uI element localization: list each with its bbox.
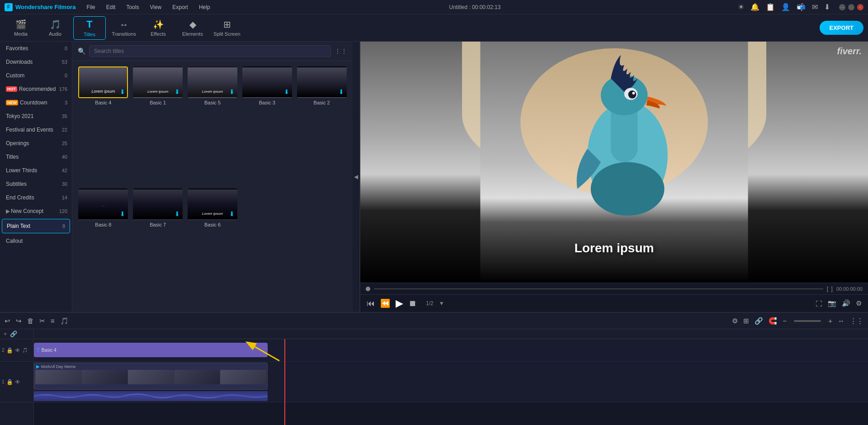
settings-icon[interactable]: ⚙	[856, 299, 862, 307]
tl-fit-icon[interactable]: ↔	[838, 317, 844, 325]
thumbnail-basic5[interactable]: Lorem ipsum ⬇ Basic 5	[187, 66, 238, 185]
trim-out-icon[interactable]: ]	[831, 285, 833, 292]
collapse-panel-button[interactable]: ◀	[353, 42, 360, 312]
tl-zoom-in-icon[interactable]: +	[828, 317, 832, 325]
track1-lock-icon[interactable]: 🔒	[6, 379, 13, 385]
download-basic6-icon[interactable]: ⬇	[229, 210, 235, 217]
sidebar-item-subtitles[interactable]: Subtitles 30	[0, 177, 72, 191]
video-clip[interactable]: ▶ WorkAll Day Meme	[34, 363, 268, 390]
split-screen-button[interactable]: ⊞ Split Screen	[211, 16, 243, 40]
menu-file[interactable]: File	[85, 3, 97, 11]
clipboard-icon[interactable]: 📋	[766, 3, 775, 11]
transitions-button[interactable]: ↔ Transitions	[108, 16, 140, 40]
tl-add-icon[interactable]: +	[4, 331, 7, 337]
download-basic1-icon[interactable]: ⬇	[175, 88, 180, 95]
tl-magnet-icon[interactable]: 🧲	[769, 317, 777, 325]
tl-more-icon[interactable]: ⋮⋮	[850, 317, 863, 325]
track2-eye-icon[interactable]: 👁	[15, 347, 20, 354]
download-basic8-icon[interactable]: ⬇	[120, 210, 125, 217]
thumb-img-basic6[interactable]: Lorem ipsum ⬇	[188, 189, 237, 220]
menu-view[interactable]: View	[148, 3, 163, 11]
tl-delete-icon[interactable]: 🗑	[27, 317, 34, 325]
play-button[interactable]: ▶	[396, 298, 403, 309]
stop-button[interactable]: ⏹	[409, 299, 417, 308]
thumbnail-basic2[interactable]: ⬇ Basic 2	[296, 66, 347, 185]
fullscreen-icon[interactable]: ⛶	[816, 300, 822, 307]
tl-grid-icon[interactable]: ⊞	[743, 317, 749, 325]
menu-help[interactable]: Help	[197, 3, 212, 11]
sidebar-item-favorites[interactable]: Favorites 0	[0, 42, 72, 55]
page-dropdown-icon[interactable]: ▼	[439, 300, 444, 307]
maximize-button[interactable]: □	[848, 4, 854, 10]
sidebar-item-tokyo[interactable]: Tokyo 2021 35	[0, 109, 72, 123]
track1-eye-icon[interactable]: 👁	[15, 379, 20, 385]
step-back-button[interactable]: ⏪	[380, 298, 390, 308]
tl-undo-icon[interactable]: ↩	[5, 317, 10, 325]
sidebar-item-openings[interactable]: Openings 25	[0, 137, 72, 150]
tl-zoom-slider[interactable]	[794, 320, 821, 322]
sidebar-item-custom[interactable]: Custom 0	[0, 69, 72, 82]
download-basic3-icon[interactable]: ⬇	[284, 88, 289, 95]
account-icon[interactable]: 👤	[781, 3, 790, 11]
menu-tools[interactable]: Tools	[124, 3, 141, 11]
tl-zoom-out-icon[interactable]: −	[783, 317, 787, 325]
menu-edit[interactable]: Edit	[104, 3, 118, 11]
mail-icon[interactable]: ✉	[812, 3, 818, 11]
thumbnail-basic4[interactable]: Lorem ipsum ⬇ Basic 4	[78, 66, 129, 185]
notification-icon[interactable]: 🔔	[750, 3, 760, 11]
thumb-img-basic7[interactable]: ⬇	[133, 189, 183, 220]
titles-button[interactable]: T Titles	[73, 16, 106, 40]
sidebar-item-countdown[interactable]: NEW Countdown 3	[0, 96, 72, 109]
download-basic7-icon[interactable]: ⬇	[175, 210, 180, 217]
skip-back-button[interactable]: ⏮	[367, 299, 375, 308]
track2-audio-icon[interactable]: 🎵	[22, 348, 28, 353]
thumbnail-basic3[interactable]: ⬇ Basic 3	[241, 66, 292, 185]
tl-redo-icon[interactable]: ↪	[16, 317, 22, 325]
thumb-img-basic2[interactable]: ⬇	[297, 66, 347, 98]
sidebar-item-new-concept[interactable]: ▶ New Concept 120	[0, 204, 72, 218]
minimize-button[interactable]: —	[839, 4, 845, 10]
elements-button[interactable]: ◆ Elements	[176, 16, 209, 40]
thumbnail-basic7[interactable]: ⬇ Basic 7	[132, 189, 184, 307]
export-button[interactable]: EXPORT	[820, 21, 863, 35]
sidebar-item-festival[interactable]: Festival and Events 22	[0, 123, 72, 137]
thumb-img-basic8[interactable]: ⋮ ⬇	[78, 189, 128, 220]
effects-button[interactable]: ✨ Effects	[142, 16, 175, 40]
audio-button[interactable]: 🎵 Audio	[39, 16, 71, 40]
tl-settings-icon[interactable]: ⚙	[732, 317, 738, 325]
sidebar-item-titles[interactable]: Titles 40	[0, 150, 72, 164]
download-icon[interactable]: ⬇	[824, 3, 830, 11]
snapshot-icon[interactable]: 📷	[828, 299, 836, 307]
thumb-img-basic5[interactable]: Lorem ipsum ⬇	[188, 66, 237, 98]
sidebar-item-lower-thirds[interactable]: Lower Thirds 42	[0, 164, 72, 177]
thumb-img-basic1[interactable]: Lorem ipsum ⬇	[133, 66, 183, 98]
grid-view-icon[interactable]: ⋮⋮	[335, 47, 347, 55]
menu-export[interactable]: Export	[170, 3, 190, 11]
tl-cut-icon[interactable]: ✂	[39, 317, 45, 325]
thumbnail-basic6[interactable]: Lorem ipsum ⬇ Basic 6	[187, 189, 238, 307]
search-input[interactable]	[89, 45, 331, 57]
thumb-img-basic3[interactable]: ⬇	[242, 66, 292, 98]
title-clip[interactable]: T Basic 4	[34, 343, 268, 357]
tl-link-icon[interactable]: 🔗	[755, 317, 763, 325]
sidebar-item-downloads[interactable]: Downloads 53	[0, 55, 72, 69]
sidebar-item-callout[interactable]: Callout	[0, 234, 72, 248]
tl-audio-icon[interactable]: 🎵	[60, 317, 69, 325]
download-basic2-icon[interactable]: ⬇	[339, 88, 344, 95]
track2-lock-icon[interactable]: 🔒	[6, 347, 13, 354]
thumbnail-basic1[interactable]: Lorem ipsum ⬇ Basic 1	[132, 66, 184, 185]
close-button[interactable]: ✕	[857, 4, 863, 10]
tl-link2-icon[interactable]: 🔗	[10, 331, 17, 337]
inbox-icon[interactable]: 📬	[797, 3, 806, 11]
download-basic4-icon[interactable]: ⬇	[120, 88, 125, 95]
preview-progress-bar[interactable]	[374, 288, 823, 289]
brightness-icon[interactable]: ☀	[738, 3, 744, 11]
sidebar-item-plain-text[interactable]: Plain Text 8	[2, 219, 70, 233]
download-basic5-icon[interactable]: ⬇	[229, 88, 235, 95]
volume-icon[interactable]: 🔊	[842, 299, 850, 307]
thumbnail-basic8[interactable]: ⋮ ⬇ Basic 8	[78, 189, 129, 307]
media-button[interactable]: 🎬 Media	[5, 16, 37, 40]
sidebar-item-recommended[interactable]: HOT Recommended 176	[0, 82, 72, 96]
thumb-img-basic4[interactable]: Lorem ipsum ⬇	[78, 66, 128, 98]
sidebar-item-end-credits[interactable]: End Credits 14	[0, 191, 72, 204]
